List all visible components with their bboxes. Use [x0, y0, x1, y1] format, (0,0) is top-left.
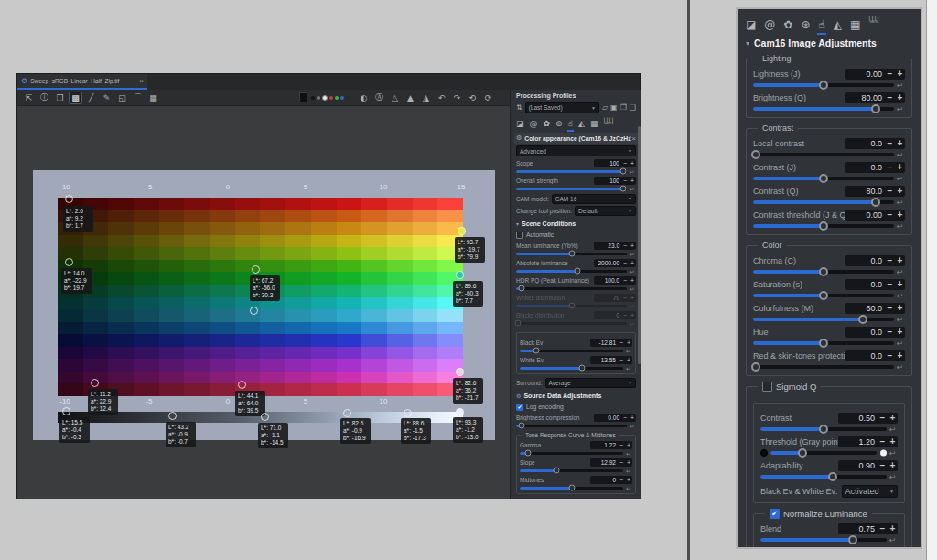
slider-value[interactable]: 0.0: [845, 328, 885, 337]
sample-ring[interactable]: [261, 413, 269, 421]
slider-track[interactable]: [753, 270, 894, 274]
increment-button[interactable]: +: [895, 303, 905, 314]
decrement-button[interactable]: −: [885, 350, 895, 361]
slider-track[interactable]: [753, 341, 894, 345]
increment-button[interactable]: +: [888, 413, 898, 424]
slider-value[interactable]: 0.0: [845, 163, 885, 172]
increment-button[interactable]: +: [895, 186, 905, 197]
slider-value[interactable]: 0.0: [845, 351, 885, 361]
decrement-button[interactable]: −: [885, 92, 895, 103]
increment-button[interactable]: +: [629, 259, 636, 267]
clipping-warning-icon[interactable]: ▲: [404, 92, 417, 104]
increment-button[interactable]: +: [895, 210, 905, 221]
channel-dot-1[interactable]: [317, 96, 320, 100]
chevron-down-icon[interactable]: ▾: [516, 221, 519, 227]
sample-ring[interactable]: [458, 227, 466, 235]
increment-button[interactable]: +: [629, 242, 636, 250]
slider-track[interactable]: [516, 170, 627, 173]
increment-button[interactable]: +: [895, 255, 905, 266]
slider-thumb[interactable]: [798, 448, 807, 458]
checkbox[interactable]: ✔: [516, 404, 523, 411]
increment-button[interactable]: +: [629, 159, 636, 167]
slider-track[interactable]: [520, 350, 623, 352]
meta-icon[interactable]: ||||META: [604, 118, 615, 130]
sample-ring[interactable]: [65, 258, 73, 266]
increment-button[interactable]: +: [625, 476, 632, 484]
decrement-button[interactable]: −: [878, 413, 888, 424]
sample-ring[interactable]: [250, 307, 258, 315]
slider-value[interactable]: 0.00: [845, 210, 885, 220]
copy-profile-icon[interactable]: ❐: [620, 103, 627, 112]
undo-icon[interactable]: ↶: [435, 92, 448, 104]
sample-ring[interactable]: [456, 368, 464, 376]
color-sample-tag[interactable]: L*: 93.3a*: -1.2b*: -13.0: [453, 417, 483, 443]
decrement-button[interactable]: −: [621, 276, 629, 285]
increment-button[interactable]: +: [888, 460, 898, 471]
slider-thumb[interactable]: [819, 425, 828, 434]
decrement-button[interactable]: −: [885, 279, 895, 290]
decrement-button[interactable]: −: [885, 69, 895, 80]
color-sample-tag[interactable]: L*: 44.1a*: 64.0b*: 39.5: [235, 391, 265, 416]
slider-thumb[interactable]: [578, 365, 585, 372]
science-icon[interactable]: ⊛: [801, 16, 810, 33]
selection-tool-icon[interactable]: ▩: [69, 92, 82, 104]
increment-button[interactable]: +: [895, 279, 905, 290]
tab-close-icon[interactable]: ×: [139, 77, 144, 85]
panel-scrollbar[interactable]: [638, 126, 641, 364]
increment-button[interactable]: +: [629, 311, 636, 319]
color-sample-tag[interactable]: L*: 43.2a*: -0.9b*: -0.7: [166, 422, 196, 447]
move-tool-icon[interactable]: ⇱: [22, 92, 36, 104]
decrement-button[interactable]: −: [885, 327, 895, 338]
channel-dot-4[interactable]: [335, 96, 339, 100]
slider-track[interactable]: [520, 469, 623, 472]
slider-value[interactable]: 80.00: [845, 93, 885, 102]
slider-value[interactable]: 13.55: [590, 357, 618, 363]
histogram-icon[interactable]: ◮: [419, 92, 433, 104]
slider-value[interactable]: 0: [594, 312, 621, 318]
color-sample-tag[interactable]: L*: 11.2a*: 22.9b*: 12.4: [88, 389, 118, 415]
sigmoid-checkbox[interactable]: [762, 382, 772, 392]
info-icon[interactable]: ⓘ: [38, 92, 51, 104]
black-point-dot[interactable]: [760, 449, 768, 457]
slider-track[interactable]: [753, 318, 894, 321]
image-canvas[interactable]: -10-5051015 -10-5051015 L*: 2.6a*: 9.2b*…: [17, 106, 510, 499]
slider-thumb[interactable]: [871, 104, 880, 113]
slider-value[interactable]: 1.20: [838, 437, 878, 447]
slider-value[interactable]: 0.00: [594, 415, 621, 421]
color-sample-tag[interactable]: L*: 93.7a*: -19.7b*: 79.9: [455, 237, 485, 263]
reset-icon[interactable]: ↩: [630, 168, 636, 175]
decrement-button[interactable]: −: [885, 186, 895, 197]
collapse-chevron-icon[interactable]: ▾: [746, 39, 749, 48]
slider-value[interactable]: 0.00: [845, 70, 885, 79]
reset-icon[interactable]: ↩: [889, 536, 898, 544]
decrement-button[interactable]: −: [878, 460, 888, 471]
reset-icon[interactable]: ↩: [626, 348, 632, 354]
slider-thumb[interactable]: [819, 267, 828, 276]
reset-icon[interactable]: ↩: [897, 339, 905, 348]
increment-button[interactable]: +: [888, 523, 898, 534]
color-sample-tag[interactable]: L*: 88.6a*: -1.5b*: -17.3: [401, 418, 431, 444]
white-point-dot[interactable]: [880, 450, 887, 457]
slider-thumb[interactable]: [751, 150, 760, 159]
science-icon[interactable]: ⊛: [555, 118, 563, 130]
reset-icon[interactable]: ↩: [626, 450, 632, 457]
slider-track[interactable]: [760, 427, 887, 431]
increment-button[interactable]: +: [888, 436, 898, 447]
copyright-tool-icon[interactable]: @: [530, 118, 538, 130]
paste-profile-icon[interactable]: ❑: [630, 103, 636, 112]
decrement-button[interactable]: −: [885, 303, 895, 314]
rotate-ccw-icon[interactable]: ⟲: [466, 92, 479, 104]
slider-thumb[interactable]: [819, 339, 828, 348]
slider-track[interactable]: [753, 83, 894, 87]
sample-ring[interactable]: [456, 408, 464, 416]
slider-thumb[interactable]: [568, 251, 575, 257]
slider-thumb[interactable]: [574, 268, 580, 275]
color-sample-tag[interactable]: L*: 89.6a*: -60.3b*: 7.7: [453, 281, 483, 307]
layers-icon[interactable]: ❐: [53, 92, 67, 104]
tool-header[interactable]: ⚙Color appearance (Cam16 & JzCzHz)×: [514, 133, 638, 144]
channel-dot-0[interactable]: [311, 96, 315, 100]
slider-value[interactable]: 0.90: [838, 461, 878, 470]
slider-value[interactable]: -12.81: [590, 339, 618, 346]
slider-track[interactable]: [753, 200, 894, 204]
reset-icon[interactable]: ↩: [626, 468, 632, 474]
